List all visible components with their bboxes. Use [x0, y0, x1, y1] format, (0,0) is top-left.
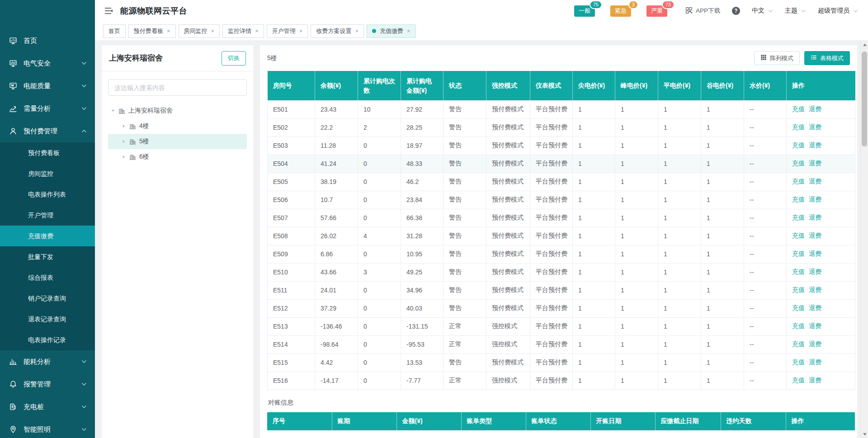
cell-累计购电金额(¥): 13.53	[401, 353, 443, 372]
refund-link[interactable]: 退费	[809, 141, 821, 149]
scroll-up-button[interactable]	[861, 41, 868, 48]
refund-link[interactable]: 退费	[809, 322, 821, 330]
cell-房间号: E516	[268, 372, 315, 390]
app-download-button[interactable]: APP下载	[685, 7, 720, 15]
refund-link[interactable]: 退费	[809, 358, 821, 366]
recharge-link[interactable]: 充值	[792, 268, 805, 275]
refund-link[interactable]: 退费	[809, 196, 821, 203]
recharge-link[interactable]: 充值	[792, 322, 805, 330]
close-icon[interactable]: ×	[355, 28, 359, 34]
recharge-link[interactable]: 充值	[792, 232, 805, 239]
sidebar-item-能耗分析[interactable]: 能耗分析	[0, 350, 95, 373]
recharge-link[interactable]: 充值	[792, 358, 805, 366]
tab-监控详情[interactable]: 监控详情×	[222, 24, 264, 38]
sidebar-item-首页[interactable]: 首页	[0, 29, 95, 52]
refund-link[interactable]: 退费	[809, 377, 821, 384]
cell-仪表模式: 平台预付费	[530, 317, 573, 335]
alarm-badge-一般[interactable]: 一般75	[574, 5, 595, 17]
sidebar-item-报警管理[interactable]: 报警管理	[0, 373, 95, 396]
sidebar-collapse-icon[interactable]	[104, 6, 113, 15]
sidebar-subitem-预付费看板[interactable]: 预付费看板	[0, 142, 95, 163]
topbar-right: 一般75紧急3严重73 APP下载 ? 中文 主题 超级管理员	[574, 5, 858, 17]
cell-操作: 充值退费	[787, 118, 855, 137]
tab-充值缴费[interactable]: 充值缴费×	[367, 24, 416, 38]
sidebar-subitem-批量下发[interactable]: 批量下发	[0, 246, 95, 267]
alarm-badge-严重[interactable]: 严重73	[646, 5, 667, 17]
language-dropdown[interactable]: 中文	[752, 7, 773, 15]
close-icon[interactable]: ×	[299, 28, 303, 34]
sidebar-subitem-电表操作记录[interactable]: 电表操作记录	[0, 330, 95, 350]
scrollbar-thumb[interactable]	[862, 52, 867, 146]
sidebar-item-充电桩[interactable]: 充电桩	[0, 396, 95, 418]
sidebar-item-智能照明[interactable]: 智能照明	[0, 418, 95, 438]
cell-尖电价(¥): 1	[573, 353, 615, 372]
cell-状态: 正常	[443, 317, 486, 335]
demand-analysis-icon	[9, 104, 17, 113]
recharge-link[interactable]: 充值	[792, 196, 805, 203]
recharge-link[interactable]: 充值	[792, 105, 805, 113]
tree-node-root[interactable]: 上海安科瑞宿舍	[108, 103, 247, 118]
recharge-link[interactable]: 充值	[792, 286, 805, 293]
cell-状态: 正常	[443, 372, 486, 390]
refund-link[interactable]: 退费	[809, 304, 821, 311]
cell-谷电价(¥): 1	[701, 137, 744, 155]
refund-link[interactable]: 退费	[809, 178, 821, 185]
refund-link[interactable]: 退费	[809, 340, 821, 348]
tab-预付费看板[interactable]: 预付费看板×	[128, 24, 176, 38]
tab-开户管理[interactable]: 开户管理×	[267, 24, 308, 38]
tree-node-6楼[interactable]: 6楼	[108, 149, 247, 165]
recharge-link[interactable]: 充值	[792, 141, 805, 149]
tree-search-input[interactable]	[108, 79, 247, 96]
sidebar-subitem-退表记录查询[interactable]: 退表记录查询	[0, 309, 95, 330]
close-icon[interactable]: ×	[255, 28, 259, 34]
refund-link[interactable]: 退费	[809, 286, 821, 293]
alarm-badge-紧急[interactable]: 紧急3	[610, 5, 631, 17]
refund-link[interactable]: 退费	[809, 214, 821, 221]
recharge-link[interactable]: 充值	[792, 340, 805, 348]
language-label: 中文	[752, 7, 764, 15]
sidebar-subitem-充值缴费[interactable]: 充值缴费	[0, 226, 95, 246]
sidebar-subitem-综合报表[interactable]: 综合报表	[0, 267, 95, 288]
recharge-link[interactable]: 充值	[792, 178, 805, 185]
close-icon[interactable]: ×	[407, 28, 410, 34]
sidebar-subitem-销户记录查询[interactable]: 销户记录查询	[0, 288, 95, 309]
sidebar-subitem-电表操作列表[interactable]: 电表操作列表	[0, 184, 95, 205]
sidebar-item-电能质量[interactable]: 电能质量	[0, 75, 95, 97]
scroll-down-button[interactable]	[861, 430, 868, 438]
refund-link[interactable]: 退费	[809, 268, 821, 275]
user-dropdown[interactable]: 超级管理员	[818, 7, 858, 15]
theme-dropdown[interactable]: 主题	[785, 7, 806, 15]
recharge-link[interactable]: 充值	[792, 304, 805, 311]
help-icon[interactable]: ?	[732, 7, 740, 15]
sidebar-subitem-房间监控[interactable]: 房间监控	[0, 163, 95, 184]
tree-node-5楼[interactable]: 5楼	[108, 134, 247, 149]
refund-link[interactable]: 退费	[809, 232, 821, 239]
switch-button[interactable]: 切换	[222, 51, 246, 66]
tab-label: 充值缴费	[380, 27, 403, 35]
building-icon	[129, 123, 136, 130]
tab-房间监控[interactable]: 房间监控×	[179, 24, 220, 38]
view-button-表格模式[interactable]: 表格模式	[804, 51, 850, 65]
recharge-link[interactable]: 充值	[792, 250, 805, 257]
refund-link[interactable]: 退费	[809, 123, 821, 131]
close-icon[interactable]: ×	[167, 28, 170, 34]
tree-node-4楼[interactable]: 4楼	[108, 118, 247, 134]
vertical-scrollbar	[860, 41, 868, 438]
close-icon[interactable]: ×	[211, 28, 215, 34]
sidebar-item-需量分析[interactable]: 需量分析	[0, 97, 95, 120]
recharge-link[interactable]: 充值	[792, 123, 805, 131]
recharge-link[interactable]: 充值	[792, 214, 805, 221]
view-button-阵列模式[interactable]: 阵列模式	[754, 51, 800, 65]
sidebar-item-预付费管理[interactable]: 预付费管理	[0, 120, 95, 142]
sidebar-item-电气安全[interactable]: 电气安全	[0, 52, 95, 75]
cell-累计购电次数: 0	[358, 245, 401, 263]
refund-link[interactable]: 退费	[809, 250, 821, 257]
recharge-link[interactable]: 充值	[792, 160, 805, 167]
refund-link[interactable]: 退费	[809, 160, 821, 167]
recharge-link[interactable]: 充值	[792, 377, 805, 384]
sidebar-subitem-开户管理[interactable]: 开户管理	[0, 205, 95, 226]
refund-link[interactable]: 退费	[809, 105, 821, 113]
tab-收费方案设置[interactable]: 收费方案设置×	[311, 24, 364, 38]
cell-状态: 警告	[443, 245, 486, 263]
tab-首页[interactable]: 首页	[103, 24, 126, 38]
